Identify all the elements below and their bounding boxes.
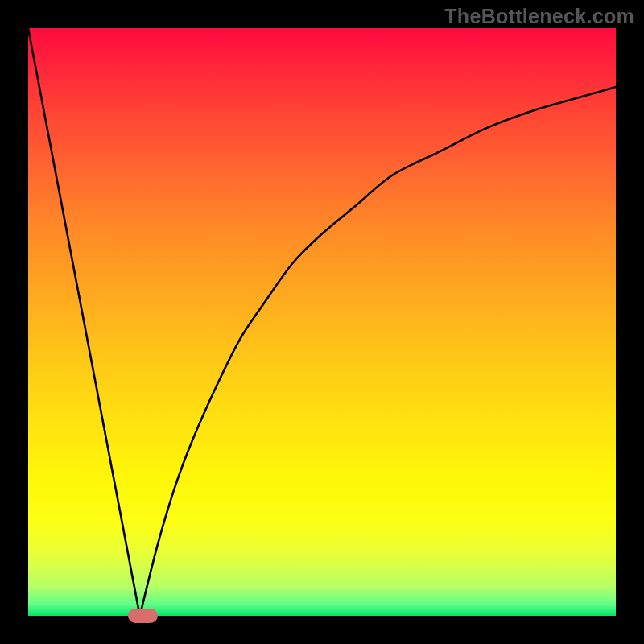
chart-plot-area [28,28,616,616]
watermark-text: TheBottleneck.com [444,5,634,28]
curve-path [28,28,616,616]
chart-curve [28,28,616,616]
chart-frame: TheBottleneck.com [0,0,644,644]
chart-marker [128,609,158,623]
